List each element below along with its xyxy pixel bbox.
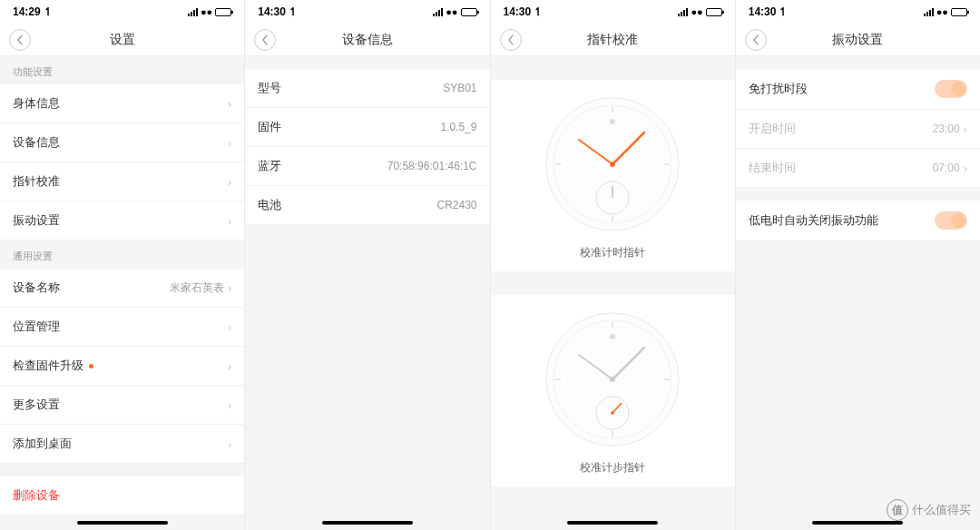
cell-label: 结束时间 <box>749 160 796 176</box>
cell-label: 指针校准 <box>13 173 60 190</box>
cell-vibration[interactable]: 振动设置› <box>0 201 244 240</box>
cell-label: 电池 <box>258 197 281 213</box>
screen-pointer-calib: 14:30↿ ●● 指针校准 校准计时指针 <box>491 0 735 530</box>
cell-label: 固件 <box>258 119 281 135</box>
cell-label: 免打扰时段 <box>749 81 808 97</box>
status-bar: 14:30↿ ●● <box>245 0 489 24</box>
cell-label: 删除设备 <box>13 487 60 504</box>
cell-value: 1.0.5_9 <box>440 121 476 133</box>
watermark-text: 什么值得买 <box>912 502 971 518</box>
cell-label: 检查固件升级 <box>13 358 83 374</box>
cell-value: 米家石英表 <box>170 280 224 296</box>
status-bar: 14:29↿ ●● <box>0 0 244 24</box>
cell-low-battery-vibration: 低电时自动关闭振动功能 <box>736 201 980 241</box>
cell-add-desktop[interactable]: 添加到桌面› <box>0 425 244 464</box>
home-indicator[interactable] <box>812 521 903 525</box>
cell-label: 低电时自动关闭振动功能 <box>749 212 878 229</box>
watermark-icon: 值 <box>887 499 908 521</box>
time: 14:30 <box>504 5 532 18</box>
screen-vibration: 14:30↿ ●● 振动设置 免打扰时段 开启时间23:00› 结束时间07:0… <box>736 0 980 530</box>
back-button[interactable] <box>745 29 767 51</box>
location-icon: ↿ <box>534 5 543 18</box>
section-header: 功能设置 <box>0 56 244 84</box>
home-indicator[interactable] <box>77 521 168 525</box>
clock-face-icon <box>544 311 681 447</box>
nav-bar: 设置 <box>0 24 244 56</box>
chevron-right-icon: › <box>228 175 231 189</box>
update-dot-icon <box>89 364 93 368</box>
back-button[interactable] <box>9 29 31 51</box>
cell-dnd: 免打扰时段 <box>736 69 980 110</box>
cell-more-settings[interactable]: 更多设置› <box>0 386 244 425</box>
cell-device-name[interactable]: 设备名称米家石英表› <box>0 269 244 308</box>
screen-settings: 14:29↿ ●● 设置 功能设置 身体信息› 设备信息› 指针校准› 振动设置… <box>0 0 244 530</box>
cell-label: 设备信息 <box>13 134 60 151</box>
chevron-right-icon: › <box>228 136 231 150</box>
cell-bluetooth: 蓝牙70:58:96:01:46:1C <box>245 147 489 186</box>
status-bar: 14:30↿ ●● <box>491 0 735 24</box>
home-indicator[interactable] <box>567 521 658 525</box>
wifi-icon: ●● <box>446 6 457 17</box>
cell-model: 型号SYB01 <box>245 69 489 108</box>
cell-value: SYB01 <box>443 82 476 94</box>
time: 14:30 <box>749 5 777 18</box>
cell-device-info[interactable]: 设备信息› <box>0 123 244 162</box>
chevron-right-icon: › <box>964 123 967 136</box>
clock-label: 校准计步指针 <box>491 460 735 476</box>
page-title: 指针校准 <box>587 32 638 48</box>
signal-icon <box>433 8 443 16</box>
svg-point-23 <box>611 411 614 415</box>
cell-value: 07:00 <box>933 162 960 174</box>
page-title: 振动设置 <box>832 32 883 48</box>
nav-bar: 设备信息 <box>245 24 489 56</box>
cell-value: 70:58:96:01:46:1C <box>387 160 477 172</box>
cell-label: 设备名称 <box>13 280 60 296</box>
svg-point-18 <box>610 334 615 339</box>
cell-battery: 电池CR2430 <box>245 186 489 225</box>
status-bar: 14:30↿ ●● <box>736 0 980 24</box>
screen-device-info: 14:30↿ ●● 设备信息 型号SYB01 固件1.0.5_9 蓝牙70:58… <box>245 0 489 530</box>
clock-step-calib[interactable]: 校准计步指针 <box>491 295 735 486</box>
back-button[interactable] <box>500 29 522 51</box>
wifi-icon: ●● <box>201 6 212 17</box>
battery-icon <box>706 8 722 16</box>
cell-value: CR2430 <box>436 199 476 211</box>
battery-icon <box>951 8 967 16</box>
clock-time-calib[interactable]: 校准计时指针 <box>491 80 735 271</box>
cell-firmware-check[interactable]: 检查固件升级› <box>0 347 244 386</box>
toggle-dnd[interactable] <box>935 80 967 98</box>
clock-label: 校准计时指针 <box>491 245 735 260</box>
svg-point-24 <box>610 377 615 382</box>
cell-label: 型号 <box>258 80 281 96</box>
signal-icon <box>678 8 688 16</box>
cell-firmware: 固件1.0.5_9 <box>245 108 489 147</box>
home-indicator[interactable] <box>322 521 413 525</box>
cell-start-time[interactable]: 开启时间23:00› <box>736 110 980 149</box>
cell-body-info[interactable]: 身体信息› <box>0 84 244 123</box>
wifi-icon: ●● <box>691 6 702 17</box>
battery-icon <box>215 8 231 16</box>
nav-bar: 振动设置 <box>736 24 980 56</box>
cell-location-mgmt[interactable]: 位置管理› <box>0 308 244 347</box>
cell-label: 位置管理 <box>13 319 60 335</box>
time: 14:29 <box>13 5 41 18</box>
cell-pointer-calib[interactable]: 指针校准› <box>0 162 244 201</box>
back-button[interactable] <box>254 29 276 51</box>
cell-value: 23:00 <box>933 123 960 135</box>
cell-end-time[interactable]: 结束时间07:00› <box>736 149 980 188</box>
cell-label: 添加到桌面 <box>13 436 72 452</box>
location-icon: ↿ <box>779 5 788 18</box>
svg-point-6 <box>610 119 615 124</box>
cell-delete-device[interactable]: 删除设备 <box>0 476 244 515</box>
section-header: 通用设置 <box>0 240 244 269</box>
nav-bar: 指针校准 <box>491 24 735 56</box>
page-title: 设备信息 <box>342 32 393 48</box>
signal-icon <box>924 8 934 16</box>
svg-point-11 <box>610 162 615 167</box>
chevron-right-icon: › <box>228 214 231 228</box>
chevron-right-icon: › <box>228 359 231 373</box>
cell-label: 开启时间 <box>749 121 796 137</box>
chevron-right-icon: › <box>228 437 231 451</box>
toggle-low-battery[interactable] <box>935 211 967 230</box>
wifi-icon: ●● <box>936 6 948 17</box>
